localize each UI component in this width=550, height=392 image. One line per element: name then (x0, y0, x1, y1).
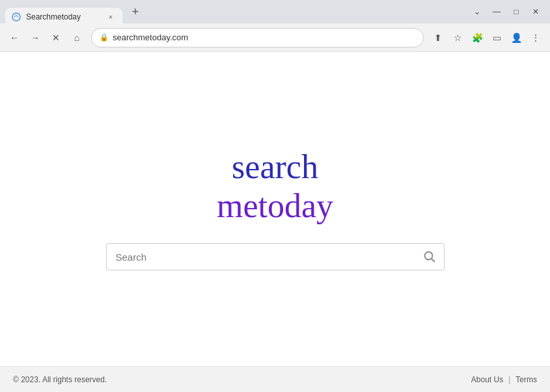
page-footer: © 2023. All rights reserved. About Us | … (0, 366, 550, 392)
tab-favicon (12, 12, 21, 21)
tab-title: Searchmetoday (26, 12, 100, 21)
svg-point-0 (12, 13, 20, 21)
active-tab[interactable]: Searchmetoday × (5, 8, 122, 26)
window-controls: ⌄ — □ ✕ (468, 3, 545, 21)
site-logo: search metoday (217, 148, 333, 226)
reload-close-button[interactable]: ✕ (47, 29, 65, 47)
home-button[interactable]: ⌂ (68, 29, 86, 47)
back-button[interactable]: ← (5, 29, 23, 47)
maximize-button[interactable]: □ (507, 3, 525, 21)
logo-line2: metoday (217, 187, 333, 226)
footer-links: About Us | Terms (471, 375, 537, 384)
toolbar: ← → ✕ ⌂ 🔒 searchmetoday.com ⬆ ☆ 🧩 ▭ 👤 ⋮ (0, 23, 550, 52)
toolbar-actions: ⬆ ☆ 🧩 ▭ 👤 ⋮ (429, 29, 545, 47)
address-bar[interactable]: 🔒 searchmetoday.com (91, 28, 424, 47)
lock-icon: 🔒 (100, 33, 109, 42)
page-content: search metoday (0, 52, 550, 366)
minimize-button[interactable]: — (488, 3, 506, 21)
sidebar-button[interactable]: ▭ (488, 29, 506, 47)
browser-window: Searchmetoday × + ⌄ — □ ✕ ← → ✕ ⌂ 🔒 sear… (0, 0, 550, 392)
menu-button[interactable]: ⋮ (527, 29, 545, 47)
terms-link[interactable]: Terms (516, 375, 537, 384)
tab-close-button[interactable]: × (105, 12, 116, 22)
profile-button[interactable]: 👤 (507, 29, 525, 47)
tab-strip: Searchmetoday × + (5, 0, 465, 23)
bookmark-button[interactable]: ☆ (448, 29, 467, 47)
search-submit-button[interactable] (421, 248, 438, 265)
close-button[interactable]: ✕ (527, 3, 545, 21)
search-icon (424, 251, 435, 263)
search-box-container (106, 243, 445, 270)
about-us-link[interactable]: About Us (471, 375, 503, 384)
logo-today: today (258, 187, 334, 224)
chevron-button[interactable]: ⌄ (468, 3, 486, 21)
svg-line-2 (432, 259, 435, 262)
logo-line1: search (217, 148, 333, 187)
new-tab-button[interactable]: + (126, 3, 144, 21)
share-button[interactable]: ⬆ (429, 29, 447, 47)
title-bar: Searchmetoday × + ⌄ — □ ✕ (0, 0, 550, 23)
forward-button[interactable]: → (26, 29, 44, 47)
logo-me: me (217, 187, 258, 224)
search-input[interactable] (106, 243, 445, 270)
footer-separator: | (508, 375, 510, 384)
extensions-button[interactable]: 🧩 (468, 29, 486, 47)
footer-copyright: © 2023. All rights reserved. (13, 375, 107, 384)
address-text: searchmetoday.com (113, 33, 415, 42)
